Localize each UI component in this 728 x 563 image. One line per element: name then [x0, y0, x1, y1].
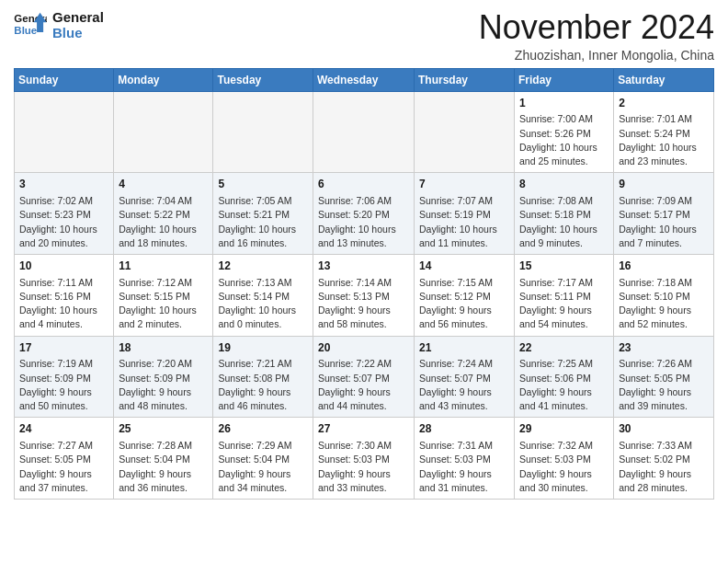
day-info: Sunrise: 7:26 AMSunset: 5:05 PMDaylight:…	[619, 357, 709, 413]
day-number: 17	[19, 340, 108, 356]
day-number: 3	[19, 177, 108, 192]
day-info: Sunrise: 7:21 AMSunset: 5:08 PMDaylight:…	[218, 357, 308, 413]
day-number: 21	[419, 340, 509, 356]
calendar-cell	[114, 91, 213, 173]
day-number: 28	[419, 421, 509, 437]
day-number: 18	[119, 340, 208, 356]
day-info: Sunrise: 7:22 AMSunset: 5:07 PMDaylight:…	[318, 357, 409, 413]
calendar-week-row: 1Sunrise: 7:00 AMSunset: 5:26 PMDaylight…	[15, 91, 714, 173]
calendar-cell: 14Sunrise: 7:15 AMSunset: 5:12 PMDayligh…	[415, 254, 515, 336]
month-title: November 2024	[479, 9, 714, 46]
day-info: Sunrise: 7:29 AMSunset: 5:04 PMDaylight:…	[218, 439, 308, 495]
day-number: 6	[318, 177, 409, 192]
day-info: Sunrise: 7:24 AMSunset: 5:07 PMDaylight:…	[419, 357, 509, 413]
calendar-cell: 21Sunrise: 7:24 AMSunset: 5:07 PMDayligh…	[415, 336, 515, 418]
calendar-cell: 1Sunrise: 7:00 AMSunset: 5:26 PMDaylight…	[515, 91, 614, 173]
calendar-cell: 24Sunrise: 7:27 AMSunset: 5:05 PMDayligh…	[15, 418, 114, 500]
weekday-header: Tuesday	[213, 68, 313, 91]
calendar-cell: 20Sunrise: 7:22 AMSunset: 5:07 PMDayligh…	[313, 336, 415, 418]
calendar-cell: 9Sunrise: 7:09 AMSunset: 5:17 PMDaylight…	[614, 173, 714, 255]
day-number: 1	[519, 96, 609, 111]
header: General Blue General Blue November 2024 …	[14, 9, 714, 63]
day-number: 5	[218, 177, 308, 192]
weekday-header: Saturday	[614, 68, 714, 91]
calendar-cell	[15, 91, 114, 173]
day-number: 9	[619, 177, 709, 192]
calendar-cell: 12Sunrise: 7:13 AMSunset: 5:14 PMDayligh…	[213, 254, 313, 336]
calendar-cell: 27Sunrise: 7:30 AMSunset: 5:03 PMDayligh…	[313, 418, 415, 500]
calendar-cell	[313, 91, 415, 173]
calendar-week-row: 24Sunrise: 7:27 AMSunset: 5:05 PMDayligh…	[15, 418, 714, 500]
day-info: Sunrise: 7:06 AMSunset: 5:20 PMDaylight:…	[318, 194, 409, 250]
day-info: Sunrise: 7:13 AMSunset: 5:14 PMDaylight:…	[218, 276, 308, 332]
day-info: Sunrise: 7:28 AMSunset: 5:04 PMDaylight:…	[119, 439, 208, 495]
calendar-cell: 22Sunrise: 7:25 AMSunset: 5:06 PMDayligh…	[515, 336, 614, 418]
day-number: 22	[519, 340, 609, 356]
day-info: Sunrise: 7:33 AMSunset: 5:02 PMDaylight:…	[619, 439, 709, 495]
day-info: Sunrise: 7:07 AMSunset: 5:19 PMDaylight:…	[419, 194, 509, 250]
calendar-cell	[213, 91, 313, 173]
calendar-table: SundayMondayTuesdayWednesdayThursdayFrid…	[14, 68, 714, 500]
calendar-week-row: 10Sunrise: 7:11 AMSunset: 5:16 PMDayligh…	[15, 254, 714, 336]
calendar-cell: 5Sunrise: 7:05 AMSunset: 5:21 PMDaylight…	[213, 173, 313, 255]
day-number: 8	[519, 177, 609, 192]
calendar-cell: 23Sunrise: 7:26 AMSunset: 5:05 PMDayligh…	[614, 336, 714, 418]
calendar-week-row: 3Sunrise: 7:02 AMSunset: 5:23 PMDaylight…	[15, 173, 714, 255]
svg-text:Blue: Blue	[14, 25, 37, 36]
subtitle: Zhuozishan, Inner Mongolia, China	[479, 48, 714, 63]
calendar-week-row: 17Sunrise: 7:19 AMSunset: 5:09 PMDayligh…	[15, 336, 714, 418]
day-number: 14	[419, 259, 509, 274]
day-number: 16	[619, 259, 709, 274]
weekday-header: Friday	[515, 68, 614, 91]
weekday-header: Sunday	[15, 68, 114, 91]
calendar-cell: 4Sunrise: 7:04 AMSunset: 5:22 PMDaylight…	[114, 173, 213, 255]
day-info: Sunrise: 7:30 AMSunset: 5:03 PMDaylight:…	[318, 439, 409, 495]
day-number: 13	[318, 259, 409, 274]
day-info: Sunrise: 7:19 AMSunset: 5:09 PMDaylight:…	[19, 357, 108, 413]
day-info: Sunrise: 7:01 AMSunset: 5:24 PMDaylight:…	[619, 112, 709, 168]
day-info: Sunrise: 7:18 AMSunset: 5:10 PMDaylight:…	[619, 276, 709, 332]
logo-general: General	[52, 9, 104, 25]
calendar-cell: 26Sunrise: 7:29 AMSunset: 5:04 PMDayligh…	[213, 418, 313, 500]
day-info: Sunrise: 7:08 AMSunset: 5:18 PMDaylight:…	[519, 194, 609, 250]
day-number: 11	[119, 259, 208, 274]
day-info: Sunrise: 7:17 AMSunset: 5:11 PMDaylight:…	[519, 276, 609, 332]
day-number: 29	[519, 421, 609, 437]
calendar-cell: 15Sunrise: 7:17 AMSunset: 5:11 PMDayligh…	[515, 254, 614, 336]
calendar-cell: 3Sunrise: 7:02 AMSunset: 5:23 PMDaylight…	[15, 173, 114, 255]
day-number: 26	[218, 421, 308, 437]
calendar-cell: 10Sunrise: 7:11 AMSunset: 5:16 PMDayligh…	[15, 254, 114, 336]
page: General Blue General Blue November 2024 …	[0, 0, 728, 509]
day-info: Sunrise: 7:11 AMSunset: 5:16 PMDaylight:…	[19, 276, 108, 332]
day-info: Sunrise: 7:27 AMSunset: 5:05 PMDaylight:…	[19, 439, 108, 495]
day-number: 25	[119, 421, 208, 437]
logo-icon: General Blue	[14, 11, 47, 39]
calendar-cell: 18Sunrise: 7:20 AMSunset: 5:09 PMDayligh…	[114, 336, 213, 418]
calendar-cell: 30Sunrise: 7:33 AMSunset: 5:02 PMDayligh…	[614, 418, 714, 500]
day-number: 7	[419, 177, 509, 192]
weekday-header: Wednesday	[313, 68, 415, 91]
day-number: 4	[119, 177, 208, 192]
day-number: 10	[19, 259, 108, 274]
calendar-cell: 28Sunrise: 7:31 AMSunset: 5:03 PMDayligh…	[415, 418, 515, 500]
calendar-cell: 13Sunrise: 7:14 AMSunset: 5:13 PMDayligh…	[313, 254, 415, 336]
day-number: 20	[318, 340, 409, 356]
calendar-header-row: SundayMondayTuesdayWednesdayThursdayFrid…	[15, 68, 714, 91]
calendar-cell: 17Sunrise: 7:19 AMSunset: 5:09 PMDayligh…	[15, 336, 114, 418]
day-number: 15	[519, 259, 609, 274]
day-number: 24	[19, 421, 108, 437]
day-info: Sunrise: 7:04 AMSunset: 5:22 PMDaylight:…	[119, 194, 208, 250]
day-info: Sunrise: 7:25 AMSunset: 5:06 PMDaylight:…	[519, 357, 609, 413]
day-info: Sunrise: 7:02 AMSunset: 5:23 PMDaylight:…	[19, 194, 108, 250]
day-info: Sunrise: 7:12 AMSunset: 5:15 PMDaylight:…	[119, 276, 208, 332]
calendar-cell	[415, 91, 515, 173]
day-number: 27	[318, 421, 409, 437]
calendar-cell: 8Sunrise: 7:08 AMSunset: 5:18 PMDaylight…	[515, 173, 614, 255]
day-number: 30	[619, 421, 709, 437]
calendar-cell: 6Sunrise: 7:06 AMSunset: 5:20 PMDaylight…	[313, 173, 415, 255]
day-info: Sunrise: 7:20 AMSunset: 5:09 PMDaylight:…	[119, 357, 208, 413]
logo: General Blue General Blue	[14, 9, 104, 41]
weekday-header: Monday	[114, 68, 213, 91]
day-number: 19	[218, 340, 308, 356]
calendar-cell: 16Sunrise: 7:18 AMSunset: 5:10 PMDayligh…	[614, 254, 714, 336]
